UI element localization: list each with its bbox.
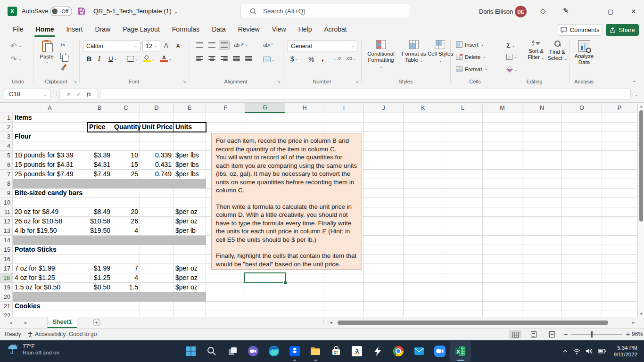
lightning-button[interactable] xyxy=(367,341,388,362)
column-header-L[interactable]: L xyxy=(443,103,483,113)
zoom-out-button[interactable]: − xyxy=(564,330,568,338)
file-explorer-button[interactable] xyxy=(305,341,326,362)
percent-style-button[interactable]: % xyxy=(308,56,314,63)
pen-icon[interactable]: ✎ xyxy=(563,7,569,15)
grow-font-button[interactable]: Aˆ xyxy=(164,42,169,49)
selected-cell[interactable] xyxy=(244,272,286,283)
ribbon-tab-insert[interactable]: Insert xyxy=(60,23,89,37)
user-name[interactable]: Doris Ellison xyxy=(479,8,513,15)
format-cells-button[interactable]: Format⌄ xyxy=(456,66,487,72)
cell-A21[interactable]: Cookies xyxy=(13,302,87,311)
column-header-P[interactable]: P xyxy=(602,103,637,113)
cell-C11[interactable]: 20 xyxy=(112,207,140,217)
cell-B6[interactable]: $4.31 xyxy=(87,160,112,170)
cell-E12[interactable]: $per oz xyxy=(173,217,206,226)
insert-cells-button[interactable]: Insert⌄ xyxy=(456,41,484,48)
expand-formula-bar-icon[interactable]: ⌄ xyxy=(635,92,638,97)
cell-C18[interactable]: 4 xyxy=(112,273,140,283)
sort-filter-button[interactable]: AZ Sort & Filter ⌄ xyxy=(525,40,547,61)
cell-A15[interactable]: Potato Sticks xyxy=(13,245,87,255)
start-button[interactable] xyxy=(181,341,201,362)
comments-button[interactable]: Comments xyxy=(558,24,602,36)
scroll-down-arrow[interactable]: ▼ xyxy=(638,310,644,317)
ribbon-tab-data[interactable]: Data xyxy=(206,23,232,37)
decrease-decimal-button[interactable]: .00→ xyxy=(346,56,356,61)
minimize-button[interactable]: — xyxy=(583,6,594,17)
cut-button[interactable]: ✂ xyxy=(60,41,66,49)
align-top-button[interactable] xyxy=(196,42,203,48)
cell-E18[interactable]: $per oz xyxy=(173,273,206,283)
column-header-F[interactable]: F xyxy=(206,103,245,113)
redo-button[interactable]: ↷⌄ xyxy=(10,55,22,64)
font-color-button[interactable]: A⌄ xyxy=(160,55,172,62)
scroll-left-arrow[interactable]: ◂ xyxy=(330,320,332,325)
cell-E7[interactable]: $per lbs xyxy=(173,170,206,179)
number-format-select[interactable]: General⌄ xyxy=(288,41,357,51)
cell-C13[interactable]: 4 xyxy=(112,226,140,236)
formula-input[interactable] xyxy=(100,89,631,100)
save-icon[interactable] xyxy=(77,7,85,17)
shrink-font-button[interactable]: Aˇ xyxy=(176,42,181,49)
find-select-button[interactable]: Find & Select ⌄ xyxy=(547,40,568,62)
page-break-view-button[interactable] xyxy=(546,330,558,339)
align-right-button[interactable] xyxy=(221,56,228,61)
cell-C7[interactable]: 25 xyxy=(112,170,140,179)
prev-sheet-arrow[interactable]: ◂ xyxy=(9,320,12,326)
ribbon-tab-page-layout[interactable]: Page Layout xyxy=(116,23,166,37)
excel-app-icon[interactable]: X xyxy=(8,7,17,16)
cell-D6[interactable]: 0.431 xyxy=(140,160,173,170)
insert-function-icon[interactable]: fx xyxy=(87,90,91,98)
comma-style-button[interactable]: , xyxy=(322,54,324,63)
close-button[interactable]: ✕ xyxy=(628,6,639,17)
cell-B11[interactable]: $8.49 xyxy=(87,207,112,217)
fill-button[interactable]: ↓⌄ xyxy=(506,54,517,60)
chat-button[interactable] xyxy=(243,341,264,362)
ribbon-tab-formulas[interactable]: Formulas xyxy=(166,23,206,37)
cell-A18[interactable]: 4 oz for $1.25 xyxy=(13,273,87,283)
volume-icon[interactable] xyxy=(586,348,593,354)
cell-E5[interactable]: $per lbs xyxy=(173,151,206,160)
restore-button[interactable]: ▢ xyxy=(605,6,616,17)
italic-button[interactable]: I xyxy=(98,55,100,63)
align-bottom-button[interactable] xyxy=(219,41,230,49)
cell-B12[interactable]: $10.58 xyxy=(87,217,112,226)
cell-C5[interactable]: 10 xyxy=(112,151,140,160)
align-center-button[interactable] xyxy=(208,56,215,61)
ribbon-tab-file[interactable]: File xyxy=(7,23,30,37)
document-title[interactable]: QR_5-1_Tech_Template (1)⌄ xyxy=(93,8,178,15)
cell-C12[interactable]: 26 xyxy=(112,217,140,226)
borders-button[interactable]: ⌄ xyxy=(127,56,138,62)
accessibility-status[interactable]: Accessibility: Good to go xyxy=(27,331,97,337)
increase-decimal-button[interactable]: ←.0 xyxy=(333,56,341,61)
cell-A11[interactable]: 20 oz for $8.49 xyxy=(13,207,87,217)
ribbon-tab-review[interactable]: Review xyxy=(232,23,266,37)
cell-A6[interactable]: 15 pounds for $4.31 xyxy=(13,160,87,170)
increase-indent-button[interactable] xyxy=(245,56,252,61)
gray-filled-row-14[interactable] xyxy=(13,236,206,245)
vertical-scroll-thumb[interactable] xyxy=(639,110,643,222)
ribbon-tab-home[interactable]: Home xyxy=(30,23,60,37)
cell-E6[interactable]: $per lbs xyxy=(173,160,206,170)
cell-C6[interactable]: 15 xyxy=(112,160,140,170)
diamond-icon[interactable]: ◇ xyxy=(540,7,546,15)
scroll-up-arrow[interactable]: ▲ xyxy=(638,103,644,109)
edge-button[interactable] xyxy=(264,341,284,362)
clock[interactable]: 5:34 PM9/11/2022 xyxy=(614,345,637,358)
decrease-indent-button[interactable] xyxy=(233,56,240,61)
avatar[interactable]: DE xyxy=(515,6,527,17)
add-sheet-button[interactable]: + xyxy=(93,319,100,326)
column-header-I[interactable]: I xyxy=(324,103,364,113)
cell-C19[interactable]: 1.5 xyxy=(112,283,140,292)
clear-button[interactable]: ⌄ xyxy=(506,66,518,73)
orientation-button[interactable]: ab↗⌄ xyxy=(234,42,248,48)
cell-E19[interactable]: $per oz xyxy=(173,283,206,292)
merge-center-button[interactable]: ↔⌄ xyxy=(263,57,275,62)
zoom-slider[interactable] xyxy=(571,334,622,335)
delete-cells-button[interactable]: Delete⌄ xyxy=(456,54,486,60)
sheet-tab-sheet1[interactable]: Sheet1 xyxy=(47,317,77,328)
column-header-G[interactable]: G xyxy=(245,103,285,113)
cell-B17[interactable]: $1.99 xyxy=(87,264,112,273)
column-header-A[interactable]: A xyxy=(13,103,87,113)
autosave-toggle[interactable]: Off xyxy=(50,7,72,16)
page-layout-view-button[interactable] xyxy=(528,330,540,339)
